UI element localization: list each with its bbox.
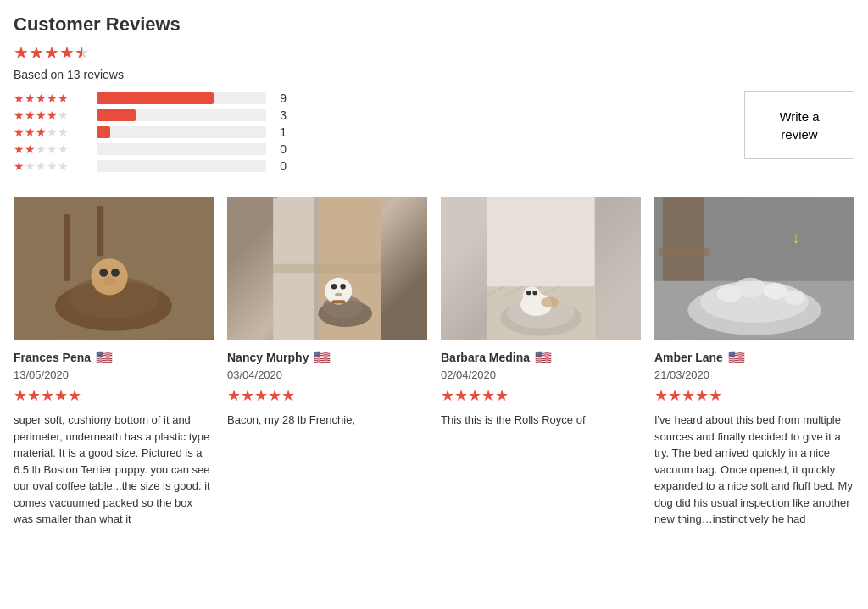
write-review-button[interactable]: Write a review bbox=[744, 91, 854, 159]
svg-point-6 bbox=[103, 277, 116, 285]
svg-point-17 bbox=[340, 284, 345, 289]
reviewer-flag-1: 🇺🇸 bbox=[314, 349, 331, 365]
reviewer-flag-2: 🇺🇸 bbox=[535, 349, 552, 365]
svg-point-5 bbox=[111, 269, 120, 277]
svg-rect-43 bbox=[659, 247, 709, 256]
bar-container-1 bbox=[97, 160, 266, 172]
review-card-3: ↓ Amber Lane 🇺🇸 21/03/2020 ★ ★ ★ ★ ★ I'v… bbox=[654, 197, 854, 528]
svg-rect-8 bbox=[97, 206, 103, 256]
review-date-1: 03/04/2020 bbox=[227, 368, 427, 381]
row-stars-3: ★ ★ ★ ★ ★ bbox=[14, 125, 90, 139]
bar-container-4 bbox=[97, 109, 266, 121]
bar-fill-4 bbox=[97, 109, 136, 121]
star-1: ★ bbox=[14, 42, 29, 63]
review-date-2: 02/04/2020 bbox=[441, 368, 641, 381]
bar-count-4: 3 bbox=[273, 108, 287, 122]
bar-container-5 bbox=[97, 92, 266, 104]
svg-point-19 bbox=[335, 293, 342, 296]
review-text-2: This this is the Rolls Royce of bbox=[441, 412, 641, 429]
review-card-1: Nancy Murphy 🇺🇸 03/04/2020 ★ ★ ★ ★ ★ Bac… bbox=[227, 197, 427, 528]
bar-count-1: 0 bbox=[273, 159, 287, 173]
svg-rect-20 bbox=[331, 300, 345, 303]
reviewer-name-1: Nancy Murphy 🇺🇸 bbox=[227, 349, 427, 365]
review-stars-2: ★ ★ ★ ★ ★ bbox=[441, 386, 641, 405]
review-text-0: super soft, cushiony bottom of it and pe… bbox=[14, 412, 214, 528]
review-stars-0: ★ ★ ★ ★ ★ bbox=[14, 386, 214, 405]
svg-rect-7 bbox=[64, 214, 70, 281]
svg-point-40 bbox=[764, 283, 787, 300]
star-3: ★ bbox=[44, 42, 59, 63]
review-image-2 bbox=[441, 197, 641, 340]
review-image-1 bbox=[227, 197, 427, 340]
reviewer-name-2: Barbara Medina 🇺🇸 bbox=[441, 349, 641, 365]
reviews-grid: Frances Pena 🇺🇸 13/05/2020 ★ ★ ★ ★ ★ sup… bbox=[14, 197, 854, 528]
reviewer-flag-0: 🇺🇸 bbox=[96, 349, 113, 365]
svg-point-33 bbox=[541, 296, 559, 307]
review-text-1: Bacon, my 28 lb Frenchie, bbox=[227, 412, 427, 429]
review-stars-3: ★ ★ ★ ★ ★ bbox=[654, 386, 854, 405]
svg-point-30 bbox=[523, 286, 541, 304]
rating-summary: ★ ★ ★ ★ ★ 9 ★ ★ ★ ★ ★ 3 bbox=[14, 91, 854, 176]
svg-point-4 bbox=[99, 269, 108, 277]
bar-count-2: 0 bbox=[273, 142, 287, 156]
star-4: ★ bbox=[59, 42, 75, 63]
rating-row-5: ★ ★ ★ ★ ★ 9 bbox=[14, 91, 336, 105]
review-stars-1: ★ ★ ★ ★ ★ bbox=[227, 386, 427, 405]
svg-rect-12 bbox=[273, 264, 381, 274]
bar-container-2 bbox=[97, 143, 266, 155]
row-stars-4: ★ ★ ★ ★ ★ bbox=[14, 108, 90, 122]
reviewer-name-3: Amber Lane 🇺🇸 bbox=[654, 349, 854, 365]
svg-point-41 bbox=[784, 291, 804, 306]
reviewer-flag-3: 🇺🇸 bbox=[728, 349, 745, 365]
bar-count-5: 9 bbox=[273, 91, 287, 105]
svg-point-32 bbox=[532, 291, 537, 295]
review-card-0: Frances Pena 🇺🇸 13/05/2020 ★ ★ ★ ★ ★ sup… bbox=[14, 197, 214, 528]
review-image-3: ↓ bbox=[654, 197, 854, 340]
row-stars-5: ★ ★ ★ ★ ★ bbox=[14, 91, 90, 105]
svg-text:↓: ↓ bbox=[792, 229, 800, 247]
page-title: Customer Reviews bbox=[14, 14, 854, 36]
svg-rect-18 bbox=[273, 197, 277, 198]
svg-point-39 bbox=[735, 278, 765, 298]
svg-rect-42 bbox=[663, 197, 704, 280]
rating-row-2: ★ ★ ★ ★ ★ 0 bbox=[14, 142, 336, 156]
bar-count-3: 1 bbox=[273, 125, 287, 139]
rating-row-3: ★ ★ ★ ★ ★ 1 bbox=[14, 125, 336, 139]
rating-bars: ★ ★ ★ ★ ★ 9 ★ ★ ★ ★ ★ 3 bbox=[14, 91, 336, 176]
reviewer-name-0: Frances Pena 🇺🇸 bbox=[14, 349, 214, 365]
bar-container-3 bbox=[97, 126, 266, 138]
review-date-3: 21/03/2020 bbox=[654, 368, 854, 381]
rating-row-1: ★ ★ ★ ★ ★ 0 bbox=[14, 159, 336, 173]
review-text-3: I've heard about this bed from multiple … bbox=[654, 412, 854, 528]
review-date-0: 13/05/2020 bbox=[14, 368, 214, 381]
review-image-0 bbox=[14, 197, 214, 340]
star-2: ★ bbox=[29, 42, 44, 63]
bar-fill-5 bbox=[97, 92, 214, 104]
rating-row-4: ★ ★ ★ ★ ★ 3 bbox=[14, 108, 336, 122]
star-5-half: ★ bbox=[75, 42, 90, 63]
bar-fill-3 bbox=[97, 126, 110, 138]
svg-point-31 bbox=[526, 291, 531, 295]
review-card-2: Barbara Medina 🇺🇸 02/04/2020 ★ ★ ★ ★ ★ T… bbox=[441, 197, 641, 528]
row-stars-2: ★ ★ ★ ★ ★ bbox=[14, 142, 90, 156]
row-stars-1: ★ ★ ★ ★ ★ bbox=[14, 159, 90, 173]
overall-rating: ★ ★ ★ ★ ★ bbox=[14, 42, 854, 63]
svg-point-16 bbox=[331, 284, 337, 289]
overall-stars: ★ ★ ★ ★ ★ bbox=[14, 42, 90, 63]
review-count: Based on 13 reviews bbox=[14, 68, 854, 81]
